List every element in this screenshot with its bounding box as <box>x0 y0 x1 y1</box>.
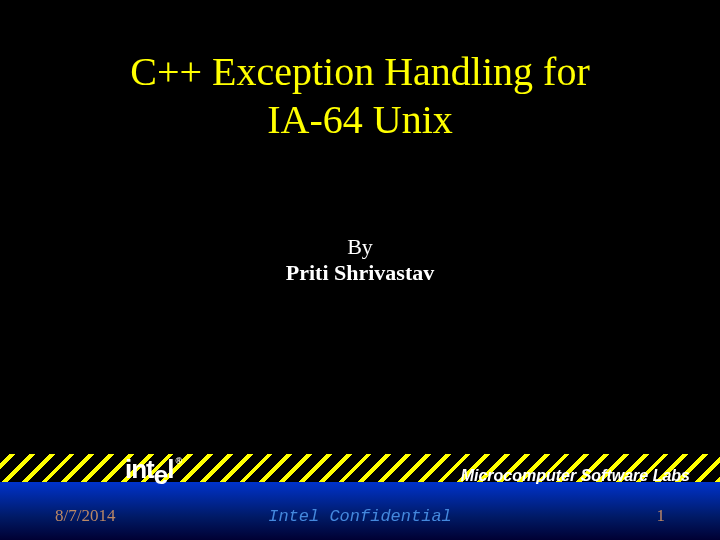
title-line-1: C++ Exception Handling for <box>130 49 589 94</box>
slide-title: C++ Exception Handling for IA-64 Unix <box>0 0 720 144</box>
by-label: By <box>347 234 373 259</box>
confidential-label: Intel Confidential <box>268 507 452 526</box>
byline: By Priti Shrivastav <box>0 234 720 286</box>
lab-name-label: Microcomputer Software Labs <box>461 467 690 485</box>
title-line-2: IA-64 Unix <box>267 97 453 142</box>
blue-band: intel® Microcomputer Software Labs 8/7/2… <box>0 482 720 540</box>
author-name: Priti Shrivastav <box>286 260 435 285</box>
date-label: 8/7/2014 <box>55 506 115 526</box>
footer-band: intel® Microcomputer Software Labs 8/7/2… <box>0 440 720 540</box>
page-number: 1 <box>657 506 666 526</box>
intel-logo: intel® <box>125 454 179 485</box>
